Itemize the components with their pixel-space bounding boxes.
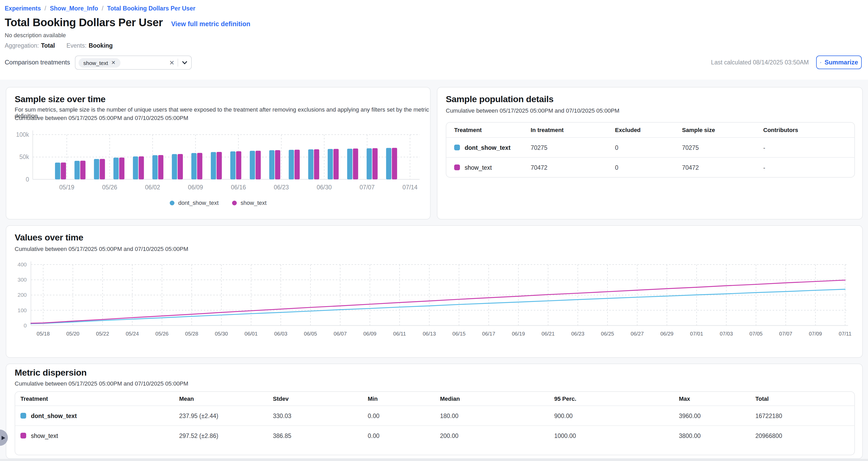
view-metric-definition-link[interactable]: View full metric definition [171,21,250,28]
bar-show-text[interactable] [197,153,203,179]
chevron-right-icon [1,436,5,440]
table-cell: 0 [615,144,682,151]
values-subtitle: Cumulative between 05/17/2025 05:00PM an… [15,246,188,252]
aggregation-value: Total [41,42,55,49]
table-row: dont_show_text70275070275- [446,137,855,157]
svg-text:06/30: 06/30 [317,184,332,191]
table-row: show_text297.52 (±2.86)386.850.00200.001… [15,425,855,445]
line-show_text[interactable] [31,280,845,323]
bar-show-text[interactable] [138,156,144,179]
bar-dont-show-text[interactable] [191,153,197,179]
bar-show-text[interactable] [217,152,222,179]
bar-show-text[interactable] [314,149,319,179]
treatment-name-cell: show_text [21,432,179,439]
breadcrumb-experiment-name[interactable]: Show_More_Info [50,5,98,11]
bar-show-text[interactable] [158,155,163,179]
table-cell: 1000.00 [554,432,679,439]
bar-dont-show-text[interactable] [74,161,80,179]
bar-show-text[interactable] [353,149,358,179]
svg-text:07/03: 07/03 [720,331,733,337]
table-cell: 237.95 (±2.44) [179,412,273,419]
legend-label: show_text [241,199,267,206]
bar-dont-show-text[interactable] [347,149,352,179]
bar-dont-show-text[interactable] [250,151,255,179]
chevron-down-icon[interactable] [181,59,188,66]
svg-text:50k: 50k [20,153,29,160]
bar-show-text[interactable] [100,159,105,179]
column-header: Treatment [454,127,531,133]
svg-text:05/18: 05/18 [37,331,50,337]
bar-dont-show-text[interactable] [367,148,372,179]
breadcrumb-experiments[interactable]: Experiments [5,5,41,11]
svg-text:05/26: 05/26 [102,184,117,191]
bar-show-text[interactable] [236,151,241,179]
breadcrumb-separator: / [44,5,46,11]
svg-text:0: 0 [24,322,27,329]
svg-text:07/14: 07/14 [403,184,418,191]
table-cell: 16722180 [755,412,855,419]
comparison-treatments-select[interactable]: show_text ✕ ✕ [75,56,192,70]
svg-text:200: 200 [18,292,27,298]
svg-text:06/23: 06/23 [274,184,289,191]
bar-show-text[interactable] [178,154,183,179]
svg-text:05/30: 05/30 [215,331,228,337]
legend-item-dont-show-text[interactable]: dont_show_text [170,199,218,206]
values-line-chart[interactable]: 05/1805/2005/2205/2405/2605/2805/3006/01… [10,257,859,344]
chip-close-icon[interactable]: ✕ [111,60,116,65]
line-dont_show_text[interactable] [31,289,845,324]
table-row: dont_show_text237.95 (±2.44)330.030.0018… [15,405,855,425]
bar-dont-show-text[interactable] [114,158,119,179]
bar-show-text[interactable] [334,149,339,179]
sample-size-card: Sample size over time For sum metrics, s… [6,87,431,219]
svg-text:07/01: 07/01 [690,331,703,337]
treatment-name: dont_show_text [465,144,510,151]
legend-dot-magenta [232,201,237,205]
sparkles-icon [820,59,822,66]
bar-show-text[interactable] [61,163,66,179]
bar-dont-show-text[interactable] [133,156,138,179]
table-cell: 20966800 [755,432,855,439]
bar-dont-show-text[interactable] [230,151,236,179]
treatment-chip[interactable]: show_text ✕ [79,58,120,67]
svg-text:06/02: 06/02 [145,184,160,191]
metric-meta: Aggregation:Total Events:Booking [5,42,113,49]
svg-text:06/07: 06/07 [334,331,347,337]
bar-dont-show-text[interactable] [328,149,333,179]
column-header: 95 Perc. [554,396,679,402]
bar-dont-show-text[interactable] [152,155,158,179]
treatment-name: show_text [465,164,492,171]
breadcrumb-metric-name[interactable]: Total Booking Dollars Per User [107,5,195,11]
page-title: Total Booking Dollars Per User [5,16,163,29]
bar-dont-show-text[interactable] [172,154,177,179]
table-cell: 297.52 (±2.86) [179,432,273,439]
svg-text:06/05: 06/05 [304,331,317,337]
bar-dont-show-text[interactable] [289,150,294,179]
treatment-color-swatch [21,413,26,419]
table-header-row: TreatmentMeanStdevMinMedian95 Perc.MaxTo… [15,392,855,405]
bar-show-text[interactable] [294,150,300,179]
bar-dont-show-text[interactable] [308,149,313,179]
select-clear-icon[interactable]: ✕ [169,59,175,66]
svg-text:05/24: 05/24 [126,331,139,337]
svg-text:06/21: 06/21 [541,331,555,337]
bar-dont-show-text[interactable] [55,163,60,179]
legend-item-show-text[interactable]: show_text [232,199,267,206]
table-cell: - [763,144,855,151]
bar-show-text[interactable] [256,151,261,179]
summarize-button[interactable]: Summarize [816,56,862,69]
bar-dont-show-text[interactable] [94,159,99,179]
bar-show-text[interactable] [275,150,280,179]
bar-show-text[interactable] [119,157,124,179]
select-divider [178,59,178,66]
table-cell: 900.00 [554,412,679,419]
bar-show-text[interactable] [372,148,378,179]
values-title: Values over time [15,233,83,243]
bar-dont-show-text[interactable] [386,148,391,179]
bar-show-text[interactable] [80,161,85,179]
summarize-label: Summarize [825,59,858,66]
dispersion-card: Metric dispersion Cumulative between 05/… [6,364,863,459]
bar-dont-show-text[interactable] [269,150,275,179]
svg-text:05/28: 05/28 [185,331,198,337]
bar-dont-show-text[interactable] [211,152,216,179]
bar-show-text[interactable] [392,148,397,179]
